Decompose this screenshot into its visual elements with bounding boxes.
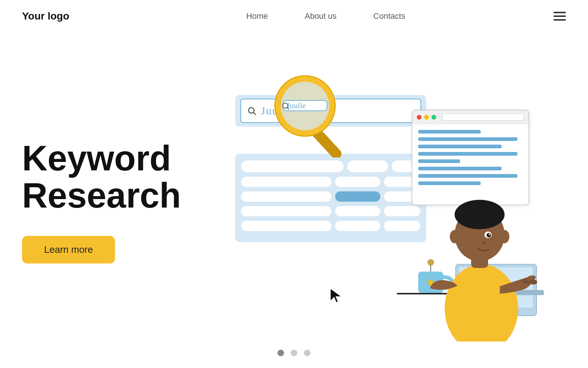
svg-point-25 <box>459 200 500 222</box>
svg-point-16 <box>428 259 434 265</box>
result-cell-highlight <box>335 191 380 202</box>
result-cell <box>347 160 388 172</box>
browser-dot-green <box>431 115 436 120</box>
carousel-dot-3[interactable] <box>304 350 311 356</box>
browser-content-line <box>418 145 502 148</box>
svg-point-30 <box>489 234 490 235</box>
result-cell <box>241 206 331 216</box>
hamburger-menu[interactable] <box>553 12 566 21</box>
result-row <box>241 160 420 172</box>
browser-titlebar <box>412 110 528 124</box>
cursor-icon <box>327 287 345 305</box>
result-cell <box>241 191 331 202</box>
nav-about[interactable]: About us <box>305 11 337 21</box>
nav-links: Home About us Contacts <box>246 11 405 21</box>
result-cell <box>241 177 331 187</box>
svg-point-29 <box>487 233 491 237</box>
navbar: Your logo Home About us Contacts <box>0 0 588 32</box>
result-row <box>241 177 420 187</box>
hero-right: Juulle <box>176 40 566 364</box>
browser-content-line <box>418 137 517 141</box>
result-cell <box>335 177 380 187</box>
result-cell <box>335 221 380 231</box>
svg-point-31 <box>482 241 487 244</box>
carousel-dot-1[interactable] <box>277 350 284 356</box>
illustration: Juulle <box>206 73 537 330</box>
nav-home[interactable]: Home <box>246 11 268 21</box>
svg-point-27 <box>500 230 509 243</box>
svg-line-1 <box>254 113 256 115</box>
carousel-dot-2[interactable] <box>291 350 297 356</box>
search-bar-icon <box>247 106 257 116</box>
browser-dot-red <box>417 115 422 120</box>
hamburger-line <box>553 12 566 13</box>
result-row <box>241 191 420 202</box>
person-illustration <box>397 150 544 342</box>
logo: Your logo <box>22 10 69 22</box>
browser-content-line <box>418 130 481 134</box>
result-row <box>241 206 420 216</box>
hamburger-line <box>553 15 566 17</box>
hamburger-line <box>553 19 566 21</box>
carousel-dots <box>277 350 311 356</box>
hero-left: Keyword Research Learn more <box>22 140 176 264</box>
browser-addressbar <box>442 113 524 121</box>
hero-section: Keyword Research Learn more Juulle <box>0 32 588 364</box>
magnifier-icon: Juulle <box>272 73 345 158</box>
result-cell <box>335 206 380 216</box>
hero-title: Keyword Research <box>22 140 176 214</box>
learn-more-button[interactable]: Learn more <box>22 236 115 263</box>
svg-text:Juulle: Juulle <box>287 101 306 110</box>
result-cell <box>241 221 331 231</box>
result-row <box>241 221 420 231</box>
nav-contacts[interactable]: Contacts <box>373 11 405 21</box>
result-cell <box>241 160 344 172</box>
svg-point-26 <box>450 230 459 243</box>
svg-point-0 <box>248 107 254 113</box>
browser-dot-yellow <box>424 115 429 120</box>
